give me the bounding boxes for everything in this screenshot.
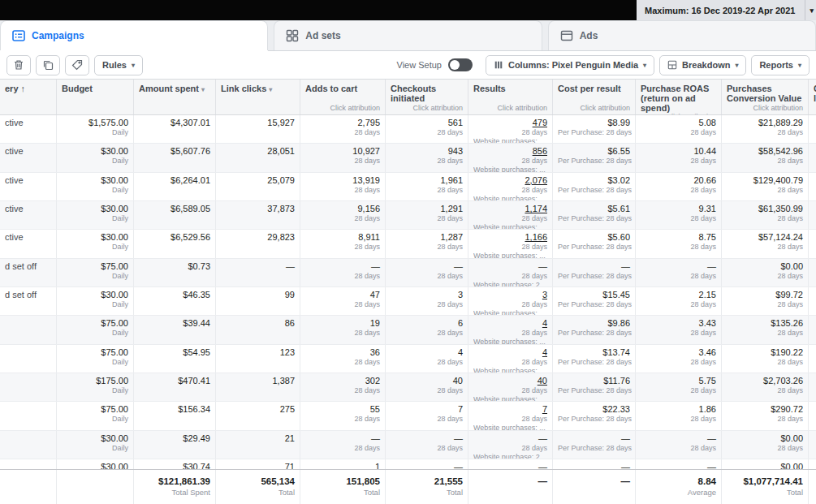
roas-cell-value: 10.44 bbox=[641, 146, 716, 157]
table-row[interactable]: d set off$75.00Daily$0.73——28 days—28 da… bbox=[0, 259, 816, 287]
footer-checkouts-value: 21,555 bbox=[391, 476, 463, 487]
tag-button[interactable] bbox=[65, 55, 89, 75]
results-link[interactable]: 7 bbox=[473, 404, 547, 415]
topbar: Maximum: 16 Dec 2019-22 Apr 2021 ▾ bbox=[0, 0, 816, 20]
results-link[interactable]: 2,076 bbox=[473, 175, 547, 186]
amount-spent-cell: $30.74 bbox=[134, 459, 216, 469]
campaigns-icon bbox=[12, 29, 25, 42]
roas-cell: 3.4628 days bbox=[636, 345, 722, 373]
results-cell-period: 28 days bbox=[473, 358, 547, 367]
table-row[interactable]: $75.00Daily$156.342755528 days728 days72… bbox=[0, 402, 816, 430]
footer-amount-spent-value: $121,861.39 bbox=[139, 476, 210, 487]
table-row[interactable]: $175.00Daily$470.411,38730228 days4028 d… bbox=[0, 373, 816, 402]
budget-cell: $30.00Daily bbox=[57, 173, 134, 200]
results-link[interactable]: 856 bbox=[473, 146, 547, 157]
results-link[interactable]: 4 bbox=[473, 318, 547, 329]
column-header-delivery[interactable]: ery ↑ bbox=[0, 80, 57, 114]
tab-campaigns-label: Campaigns bbox=[32, 30, 84, 41]
columns-button[interactable]: Columns: Pixel Penguin Media ▾ bbox=[486, 55, 654, 75]
column-header-link-clicks[interactable]: Link clicks▾ bbox=[216, 80, 300, 114]
budget-cell: $30.00Daily bbox=[57, 201, 134, 229]
sort-caret-icon[interactable]: ▾ bbox=[269, 86, 272, 93]
column-header-adds-to-cart[interactable]: Adds to cartClick attribution bbox=[300, 80, 386, 114]
cost-per-result-cell: $8.99Per Purchase: 28 days bbox=[553, 115, 636, 143]
table-row[interactable]: ctive$30.00Daily$6,264.0125,07913,91928 … bbox=[0, 173, 816, 201]
roas-cell: 5.0828 days bbox=[636, 115, 722, 143]
adds-to-cart-cell-value: 47 bbox=[305, 290, 380, 300]
cost-per-result-cell-period: Per Purchase: 28 days bbox=[558, 157, 630, 166]
budget-cell-period: Daily bbox=[62, 186, 128, 195]
budget-cell-value: $75.00 bbox=[62, 261, 128, 272]
cost-per-result-cell-value: $8.99 bbox=[558, 118, 630, 128]
breakdown-button-label: Breakdown bbox=[682, 60, 730, 70]
conversion-value-cell: $61,350.9928 days bbox=[722, 201, 809, 229]
rules-button[interactable]: Rules ▾ bbox=[94, 55, 143, 75]
reports-button[interactable]: Reports ▾ bbox=[751, 55, 810, 75]
checkouts-cell-period: 28 days bbox=[391, 444, 463, 453]
view-setup-toggle[interactable] bbox=[448, 58, 473, 71]
results-link[interactable]: 3 bbox=[473, 290, 547, 300]
table-row[interactable]: $30.00Daily$30.7471128 days—28 days—28 d… bbox=[0, 459, 816, 469]
cut-cell bbox=[809, 230, 816, 257]
tab-campaigns[interactable]: Campaigns bbox=[0, 20, 268, 50]
adds-to-cart-cell-period: 28 days bbox=[305, 415, 380, 424]
table-row[interactable]: ctive$1,575.00Daily$4,307.0115,9272,7952… bbox=[0, 115, 816, 144]
roas-cell: 1.8628 days bbox=[636, 402, 722, 429]
duplicate-button[interactable] bbox=[36, 55, 60, 75]
checkouts-cell-value: 561 bbox=[391, 118, 463, 128]
chevron-down-icon[interactable]: ▾ bbox=[805, 6, 816, 15]
amount-spent-cell-value: $29.49 bbox=[139, 433, 210, 444]
checkouts-cell-period: 28 days bbox=[391, 128, 463, 137]
budget-cell: $30.00Daily bbox=[57, 230, 134, 257]
column-header-results[interactable]: ResultsClick attribution bbox=[468, 80, 553, 114]
sort-caret-icon[interactable]: ▾ bbox=[201, 86, 205, 93]
column-header-cut[interactable]: C li bbox=[809, 80, 816, 114]
cost-per-result-cell-value: — bbox=[558, 433, 630, 444]
breakdown-button[interactable]: Breakdown ▾ bbox=[659, 55, 746, 75]
tab-ads[interactable]: Ads bbox=[548, 20, 816, 50]
results-link[interactable]: 1,166 bbox=[473, 232, 547, 243]
column-header-amount-spent[interactable]: Amount spent▾ bbox=[134, 80, 216, 114]
amount-spent-cell: $6,529.56 bbox=[134, 230, 216, 257]
column-header-purchases-conversion-value[interactable]: Purchases Conversion ValueClick attribut… bbox=[722, 80, 809, 114]
cut-cell bbox=[809, 259, 816, 286]
checkouts-cell: 628 days bbox=[386, 316, 468, 343]
table-row[interactable]: $30.00Daily$29.4921—28 days—28 days—28 d… bbox=[0, 431, 816, 459]
conversion-value-cell: $190.2228 days bbox=[722, 345, 809, 373]
table-row[interactable]: ctive$30.00Daily$5,607.7628,05110,92728 … bbox=[0, 144, 816, 172]
delete-button[interactable] bbox=[6, 55, 31, 75]
table-row[interactable]: ctive$30.00Daily$6,589.0537,8739,15628 d… bbox=[0, 201, 816, 230]
budget-cell-value: $75.00 bbox=[62, 318, 128, 329]
column-header-cost-per-result[interactable]: Cost per resultClick attribution bbox=[553, 80, 636, 114]
column-header-purchase-roas[interactable]: Purchase ROAS (return on ad spend)Click … bbox=[636, 80, 722, 114]
results-cell: —28 daysWebsite purchase: 2... bbox=[468, 259, 553, 286]
adds-to-cart-cell-value: — bbox=[305, 433, 380, 444]
link-clicks-cell: 71 bbox=[216, 459, 300, 469]
footer-results-value: — bbox=[473, 476, 547, 487]
roas-cell: 5.7528 days bbox=[636, 373, 722, 401]
table-row[interactable]: $75.00Daily$54.951233628 days428 days428… bbox=[0, 345, 816, 373]
date-range-selector[interactable]: Maximum: 16 Dec 2019-22 Apr 2021 ▾ bbox=[637, 0, 816, 20]
cost-per-result-cell: $5.60Per Purchase: 28 days bbox=[553, 230, 636, 257]
amount-spent-cell-value: $5,607.76 bbox=[139, 146, 210, 157]
table-row[interactable]: d set off$30.00Daily$46.35994728 days328… bbox=[0, 287, 816, 316]
table-row[interactable]: $75.00Daily$39.44861928 days628 days428 … bbox=[0, 316, 816, 344]
checkouts-cell: —28 days bbox=[386, 431, 468, 459]
table-row[interactable]: ctive$30.00Daily$6,529.5629,8238,91128 d… bbox=[0, 230, 816, 258]
results-link[interactable]: 1,174 bbox=[473, 204, 547, 214]
results-link[interactable]: 40 bbox=[473, 376, 547, 386]
column-header-checkouts-initiated[interactable]: Checkouts initiatedClick attribution bbox=[386, 80, 468, 114]
amount-spent-cell-value: $470.41 bbox=[139, 376, 210, 386]
column-header-budget[interactable]: Budget bbox=[57, 80, 134, 114]
roas-cell-value: — bbox=[641, 462, 716, 469]
rules-button-label: Rules bbox=[102, 60, 127, 70]
footer-adds-to-cart-value: 151,805 bbox=[305, 476, 380, 487]
results-link[interactable]: 479 bbox=[473, 118, 547, 128]
adds-to-cart-cell: —28 days bbox=[300, 259, 386, 286]
cost-per-result-cell: $13.74Per Purchase: 28 days bbox=[553, 345, 636, 373]
table-header: ery ↑BudgetAmount spent▾Link clicks▾Adds… bbox=[0, 79, 816, 115]
tab-ad-sets[interactable]: Ad sets bbox=[274, 20, 542, 50]
conversion-value-cell-period: 28 days bbox=[727, 186, 803, 195]
results-link[interactable]: 4 bbox=[473, 347, 547, 358]
column-attribution-label: Click attribution bbox=[473, 104, 547, 112]
